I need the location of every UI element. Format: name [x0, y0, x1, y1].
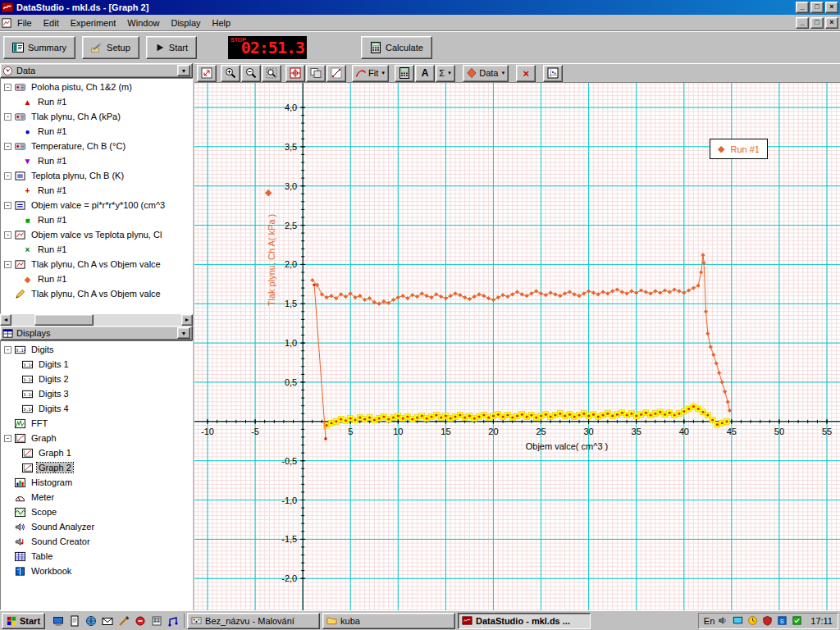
collapse-toggle[interactable]: -: [4, 172, 11, 180]
data-item[interactable]: -Poloha pistu, Ch 1&2 (m): [1, 80, 192, 94]
maximize-button[interactable]: □: [810, 2, 824, 13]
menu-edit[interactable]: Edit: [38, 16, 65, 30]
quick-launch-icon-5[interactable]: [116, 614, 131, 628]
zoom-select-button[interactable]: [262, 65, 281, 82]
scrollbar-thumb[interactable]: [34, 314, 94, 326]
scrollbar-track[interactable]: [11, 314, 181, 326]
collapse-toggle[interactable]: -: [4, 143, 11, 150]
display-item[interactable]: -Graph: [1, 431, 192, 445]
run-item[interactable]: ●Run #1: [1, 124, 192, 139]
data-panel-dropdown-button[interactable]: ▼: [177, 65, 190, 76]
data-menu-button[interactable]: Data▼: [463, 65, 509, 82]
overlay-tool-button[interactable]: [306, 65, 326, 82]
setup-button[interactable]: Setup: [82, 36, 139, 59]
run-item[interactable]: ■Run #1: [1, 212, 192, 227]
data-item[interactable]: Tlak plynu, Ch A vs Objem valce: [1, 286, 192, 301]
slope-tool-button[interactable]: [326, 65, 346, 82]
minimize-button[interactable]: _: [796, 2, 809, 13]
task-button[interactable]: Bez_názvu - Malování: [187, 613, 320, 629]
run-item[interactable]: ▲Run #1: [1, 94, 192, 109]
graph-legend[interactable]: ◆ Run #1: [710, 139, 768, 159]
start-button[interactable]: Start: [2, 613, 45, 629]
display-item[interactable]: Scope: [1, 504, 192, 519]
tray-icon-2[interactable]: [733, 614, 745, 627]
quick-launch-icon-3[interactable]: [84, 614, 98, 628]
calculate-button[interactable]: Calculate: [361, 36, 432, 59]
plot-area[interactable]: -10-55101520253035404550554,03,53,02,52,…: [194, 83, 840, 610]
tray-icon-3[interactable]: [747, 614, 760, 627]
menu-help[interactable]: Help: [207, 16, 237, 30]
collapse-toggle[interactable]: -: [4, 202, 11, 209]
data-item[interactable]: -Tlak plynu, Ch A vs Objem valce: [1, 257, 192, 272]
statistics-menu-button[interactable]: Σ▼: [436, 65, 455, 82]
x-axis-label[interactable]: Objem valce( cm^3 ): [504, 441, 629, 451]
menu-experiment[interactable]: Experiment: [65, 16, 122, 30]
run-item[interactable]: +Run #1: [1, 183, 192, 198]
summary-button[interactable]: Summary: [3, 36, 75, 59]
remove-button[interactable]: ×: [516, 65, 536, 82]
display-child-item[interactable]: Graph 1: [1, 445, 192, 460]
scale-to-fit-button[interactable]: [197, 65, 217, 82]
y-axis-label[interactable]: Tlak plynu, Ch A( kPa ): [267, 198, 276, 322]
collapse-toggle[interactable]: -: [4, 84, 11, 91]
task-button[interactable]: kuba: [322, 613, 455, 629]
menu-display[interactable]: Display: [165, 16, 206, 30]
scroll-left-button[interactable]: ◄: [0, 314, 11, 326]
plot-canvas[interactable]: -10-55101520253035404550554,03,53,02,52,…: [194, 83, 840, 610]
graph-settings-button[interactable]: [543, 65, 563, 82]
quick-launch-icon-1[interactable]: [51, 614, 66, 628]
zoom-out-button[interactable]: [241, 65, 261, 82]
menu-window[interactable]: Window: [121, 16, 165, 30]
tray-icon-1[interactable]: [718, 614, 730, 627]
smart-tool-button[interactable]: [285, 65, 305, 82]
displays-panel-dropdown-button[interactable]: ▼: [177, 327, 190, 339]
data-item[interactable]: -Tlak plynu, Ch A (kPa): [1, 109, 192, 124]
tray-icon-5[interactable]: S: [777, 614, 789, 627]
data-panel-hscrollbar[interactable]: ◄ ►: [0, 314, 193, 326]
scroll-right-button[interactable]: ►: [181, 314, 193, 326]
datastudio-app-icon[interactable]: [2, 2, 13, 13]
run-item[interactable]: ▼Run #1: [1, 153, 192, 168]
collapse-toggle[interactable]: -: [4, 346, 11, 354]
run-item[interactable]: ×Run #1: [1, 242, 192, 257]
text-tool-button[interactable]: A: [415, 65, 435, 82]
close-button[interactable]: ×: [825, 2, 838, 13]
display-item[interactable]: FFT: [1, 416, 192, 431]
task-button[interactable]: DataStudio - mkl.ds ...: [458, 613, 591, 629]
collapse-toggle[interactable]: -: [4, 113, 11, 121]
quick-launch-icon-7[interactable]: [149, 614, 164, 628]
child-restore-button[interactable]: □: [810, 17, 824, 29]
collapse-toggle[interactable]: -: [4, 435, 11, 442]
quick-launch-icon-2[interactable]: [67, 614, 82, 628]
graph-window-icon[interactable]: [2, 18, 11, 28]
data-item[interactable]: -Objem valce = pi*r*r*y*100 (cm^3: [1, 198, 192, 212]
data-item[interactable]: -Temperature, Ch B (°C): [1, 139, 192, 153]
data-item[interactable]: -Objem valce vs Teplota plynu, Cl: [1, 227, 192, 242]
child-minimize-button[interactable]: _: [796, 17, 809, 29]
display-item[interactable]: Histogram: [1, 475, 192, 490]
data-item[interactable]: -Teplota plynu, Ch B (K): [1, 168, 192, 183]
collapse-toggle[interactable]: -: [4, 261, 11, 268]
quick-launch-icon-6[interactable]: [133, 614, 148, 628]
child-close-button[interactable]: ×: [825, 17, 838, 29]
display-item[interactable]: Table: [1, 549, 192, 564]
display-item[interactable]: -3.14Digits: [1, 342, 192, 357]
calculate-tool-button[interactable]: [395, 65, 414, 82]
display-child-item[interactable]: 3.14Digits 1: [1, 357, 192, 372]
tray-icon-4[interactable]: [762, 614, 774, 627]
quick-launch-icon-4[interactable]: [100, 614, 115, 628]
display-item[interactable]: Workbook: [1, 564, 192, 578]
language-indicator[interactable]: En: [704, 616, 714, 626]
collapse-toggle[interactable]: -: [4, 231, 11, 239]
run-item[interactable]: ◆Run #1: [1, 272, 192, 286]
quick-launch-icon-8[interactable]: [166, 614, 180, 628]
display-item[interactable]: Sound Creator: [1, 534, 192, 549]
display-child-item[interactable]: Graph 2: [1, 460, 192, 475]
fit-menu-button[interactable]: Fit▼: [352, 65, 389, 82]
menu-file[interactable]: File: [11, 16, 38, 30]
display-item[interactable]: Meter: [1, 490, 192, 504]
tray-icon-6[interactable]: [792, 614, 804, 627]
start-button-toolbar[interactable]: Start: [146, 36, 197, 59]
display-child-item[interactable]: 3.14Digits 2: [1, 372, 192, 386]
display-child-item[interactable]: 3.14Digits 3: [1, 386, 192, 401]
